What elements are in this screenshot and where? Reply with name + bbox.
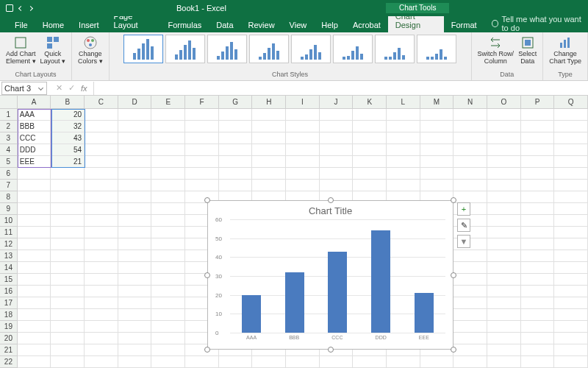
cell[interactable] <box>118 286 152 297</box>
cell[interactable] <box>554 297 588 309</box>
row-header[interactable]: 20 <box>0 333 18 344</box>
cell[interactable] <box>85 321 118 333</box>
cell[interactable] <box>51 180 85 191</box>
cell[interactable] <box>420 156 454 168</box>
resize-handle[interactable] <box>204 347 210 353</box>
cell[interactable] <box>85 297 118 309</box>
cell[interactable] <box>51 215 85 227</box>
cell[interactable] <box>51 250 85 262</box>
col-header[interactable]: H <box>252 96 286 109</box>
cell[interactable] <box>185 356 219 368</box>
cell[interactable] <box>18 180 51 191</box>
row-header[interactable]: 4 <box>0 144 18 156</box>
cell[interactable] <box>85 238 118 250</box>
cell[interactable] <box>453 121 487 132</box>
cell[interactable] <box>118 321 152 333</box>
cell[interactable]: DDD <box>18 144 51 156</box>
cell[interactable] <box>487 250 521 262</box>
resize-handle[interactable] <box>451 272 456 278</box>
select-all-corner[interactable] <box>0 96 18 109</box>
cell[interactable] <box>118 203 152 215</box>
cell[interactable] <box>151 297 185 309</box>
cell[interactable] <box>554 121 588 132</box>
cell[interactable] <box>18 286 51 297</box>
cell[interactable] <box>151 191 185 203</box>
cell[interactable] <box>151 286 185 297</box>
chart-style-3[interactable] <box>207 35 247 63</box>
cell[interactable] <box>151 321 185 333</box>
cell[interactable] <box>219 156 253 168</box>
cell[interactable] <box>185 168 219 180</box>
cell[interactable] <box>320 121 354 132</box>
plot-area[interactable]: 0102030405060 <box>230 219 445 333</box>
cell[interactable] <box>118 262 152 274</box>
cell[interactable] <box>453 144 487 156</box>
cell[interactable] <box>420 168 454 180</box>
cell[interactable] <box>521 344 555 356</box>
col-header[interactable]: L <box>387 96 420 109</box>
cell[interactable] <box>219 132 253 144</box>
cell[interactable] <box>18 191 51 203</box>
cell[interactable] <box>151 356 185 368</box>
name-box[interactable]: Chart 3 <box>1 82 47 95</box>
bar[interactable] <box>285 272 304 333</box>
cell[interactable] <box>151 262 185 274</box>
cell[interactable] <box>118 109 152 121</box>
cell[interactable] <box>554 274 588 286</box>
cell[interactable] <box>118 191 152 203</box>
cell[interactable] <box>320 180 354 191</box>
cell[interactable] <box>521 250 555 262</box>
cell[interactable]: EEE <box>18 156 51 168</box>
row-header[interactable]: 12 <box>0 238 18 250</box>
resize-handle[interactable] <box>451 197 456 203</box>
cell[interactable] <box>387 168 420 180</box>
chart-style-4[interactable] <box>249 35 289 63</box>
cell[interactable] <box>85 309 118 321</box>
cell[interactable] <box>51 168 85 180</box>
cell[interactable] <box>453 156 487 168</box>
cell[interactable] <box>51 309 85 321</box>
cell[interactable] <box>387 156 420 168</box>
cell[interactable] <box>219 168 253 180</box>
chart-title[interactable]: Chart Title <box>208 205 453 216</box>
chart-style-8[interactable] <box>417 35 456 63</box>
cell[interactable] <box>151 132 185 144</box>
col-header[interactable]: E <box>151 96 185 109</box>
cell[interactable] <box>18 238 51 250</box>
cell[interactable] <box>219 109 253 121</box>
cell[interactable] <box>18 356 51 368</box>
cell[interactable] <box>420 356 454 368</box>
tab-review[interactable]: Review <box>241 18 282 32</box>
bar[interactable] <box>371 230 390 333</box>
cell[interactable] <box>521 156 555 168</box>
cell[interactable] <box>353 121 387 132</box>
cell[interactable] <box>286 121 320 132</box>
cell[interactable] <box>85 215 118 227</box>
cell[interactable] <box>85 356 118 368</box>
cell[interactable] <box>521 356 555 368</box>
bar[interactable] <box>415 293 434 333</box>
cell[interactable] <box>453 309 487 321</box>
cell[interactable] <box>118 356 152 368</box>
cell[interactable] <box>521 286 555 297</box>
cell[interactable] <box>85 109 118 121</box>
row-header[interactable]: 21 <box>0 344 18 356</box>
cell[interactable] <box>151 121 185 132</box>
bar[interactable] <box>328 252 347 333</box>
enter-icon[interactable]: ✓ <box>68 83 75 93</box>
cell[interactable] <box>554 144 588 156</box>
cell[interactable] <box>453 180 487 191</box>
cell[interactable]: 20 <box>51 109 85 121</box>
cell[interactable] <box>320 144 354 156</box>
cell[interactable] <box>51 344 85 356</box>
row-header[interactable]: 9 <box>0 203 18 215</box>
cell[interactable] <box>487 309 521 321</box>
chart-style-5[interactable] <box>291 35 331 63</box>
cell[interactable] <box>554 262 588 274</box>
cell[interactable] <box>18 309 51 321</box>
resize-handle[interactable] <box>328 197 334 203</box>
chart-plus-button[interactable]: + <box>457 202 470 216</box>
cell[interactable] <box>487 180 521 191</box>
col-header[interactable]: M <box>420 96 454 109</box>
cell[interactable] <box>387 109 420 121</box>
